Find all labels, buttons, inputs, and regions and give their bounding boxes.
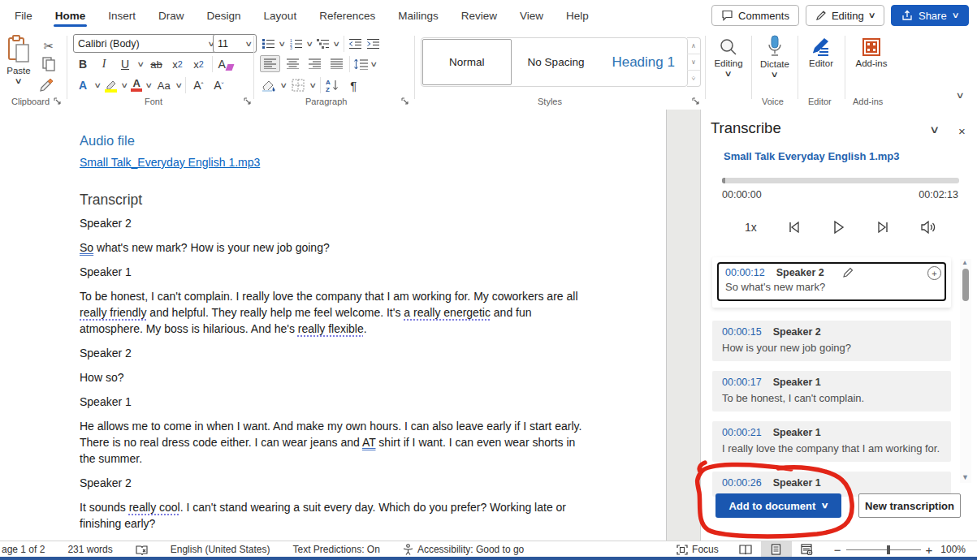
font-name-combo[interactable]: Calibri (Body) ∨: [73, 34, 219, 53]
font-dialog-launcher[interactable]: [244, 97, 252, 106]
language-status[interactable]: English (United States): [159, 544, 282, 555]
transcript-entry[interactable]: 00:00:17Speaker 1To be honest, I can't c…: [712, 371, 951, 411]
editing-group-button[interactable]: Editing ∨: [708, 37, 749, 78]
pilcrow-button[interactable]: ¶: [345, 76, 361, 94]
zoom-slider[interactable]: [846, 549, 921, 550]
pane-close-icon[interactable]: ×: [958, 124, 966, 138]
grow-font-button[interactable]: Aˆ: [190, 76, 206, 94]
shading-button[interactable]: [262, 79, 276, 92]
scroll-up-icon[interactable]: ▲: [962, 259, 970, 266]
play-icon[interactable]: [831, 220, 845, 235]
copy-icon[interactable]: [42, 57, 55, 71]
transcript-entry-selected[interactable]: 00:00:12Speaker 2+So what's new mark?: [712, 257, 951, 308]
transcript-entry[interactable]: 00:00:21Speaker 1I really love the compa…: [712, 421, 951, 462]
styles-dialog-launcher[interactable]: [692, 97, 700, 106]
page-indicator[interactable]: age 1 of 2: [0, 544, 56, 555]
styles-more-button[interactable]: ⩒: [687, 71, 700, 86]
sort-button[interactable]: AZ: [326, 79, 340, 92]
skip-back-icon[interactable]: [787, 220, 802, 235]
align-right-button[interactable]: [305, 56, 324, 71]
add-ins-button[interactable]: Add-ins: [849, 37, 893, 68]
web-layout-button[interactable]: [792, 541, 823, 558]
clipboard-dialog-launcher[interactable]: [54, 97, 62, 106]
style-normal[interactable]: Normal: [422, 39, 512, 85]
new-transcription-button[interactable]: New transcription: [858, 493, 961, 518]
styles-scroll-up[interactable]: ∧: [687, 38, 700, 54]
comments-button[interactable]: Comments: [711, 5, 799, 26]
line-spacing-button[interactable]: [353, 58, 368, 70]
print-layout-button[interactable]: [761, 541, 792, 558]
editor-button[interactable]: Editor: [801, 37, 841, 68]
font-color-button[interactable]: A: [131, 79, 142, 92]
numbering-button[interactable]: 123: [289, 38, 303, 50]
paste-button[interactable]: Paste ∨: [6, 35, 31, 85]
audio-file-name[interactable]: Small Talk Everyday English 1.mp3: [724, 150, 900, 162]
text-predictions-status[interactable]: Text Predictions: On: [282, 544, 391, 555]
multilevel-list-button[interactable]: [316, 38, 330, 50]
style-heading-1[interactable]: Heading 1: [599, 38, 687, 86]
underline-button[interactable]: U: [117, 55, 133, 73]
accessibility-status[interactable]: Accessibility: Good to go: [391, 544, 535, 555]
ribbon-tab-file[interactable]: File: [5, 2, 42, 29]
zoom-out-button[interactable]: −: [834, 543, 841, 557]
ribbon-tab-layout[interactable]: Layout: [254, 2, 307, 29]
skip-forward-icon[interactable]: [875, 220, 890, 235]
decrease-indent-button[interactable]: [348, 38, 362, 50]
bold-button[interactable]: B: [75, 55, 91, 73]
font-size-combo[interactable]: 11 ∨: [213, 34, 257, 53]
ribbon-tab-view[interactable]: View: [510, 2, 553, 29]
ribbon-tab-help[interactable]: Help: [556, 2, 599, 29]
audio-progress-bar[interactable]: [722, 178, 959, 183]
align-center-button[interactable]: [283, 56, 302, 71]
collapse-ribbon-button[interactable]: ∨: [955, 91, 964, 100]
read-mode-button[interactable]: [730, 541, 761, 558]
clear-formatting-button[interactable]: A: [218, 55, 234, 73]
volume-icon[interactable]: [920, 220, 936, 235]
pane-collapse-icon[interactable]: ∨: [929, 124, 940, 135]
scroll-down-icon[interactable]: ▼: [962, 473, 969, 481]
scrollbar-thumb[interactable]: [962, 269, 969, 301]
entry-timestamp[interactable]: 00:00:26: [722, 477, 762, 489]
shrink-font-button[interactable]: Aˇ: [210, 76, 227, 94]
entry-timestamp[interactable]: 00:00:12: [725, 267, 765, 278]
italic-button[interactable]: I: [96, 55, 112, 73]
add-to-document-button[interactable]: Add to document ∨: [715, 493, 841, 518]
entry-timestamp[interactable]: 00:00:21: [722, 427, 762, 438]
edit-entry-icon[interactable]: [842, 267, 854, 278]
ribbon-tab-home[interactable]: Home: [45, 2, 96, 29]
transcript-entry[interactable]: 00:00:15Speaker 2How is your new job goi…: [712, 321, 951, 361]
entry-timestamp[interactable]: 00:00:15: [722, 326, 762, 338]
highlight-color-button[interactable]: [105, 79, 118, 93]
style-no-spacing[interactable]: No Spacing: [512, 38, 600, 86]
ribbon-tab-review[interactable]: Review: [452, 2, 507, 29]
zoom-slider-thumb[interactable]: [887, 545, 890, 554]
word-count[interactable]: 231 words: [56, 544, 123, 555]
ribbon-tab-insert[interactable]: Insert: [98, 2, 145, 29]
borders-button[interactable]: [292, 79, 305, 92]
playback-speed-button[interactable]: 1x: [745, 221, 757, 234]
pane-scrollbar[interactable]: ▲: [960, 259, 971, 483]
add-entry-icon[interactable]: +: [927, 266, 941, 280]
dictate-button[interactable]: Dictate ∨: [754, 35, 796, 79]
bullets-button[interactable]: [262, 38, 275, 50]
justify-button[interactable]: [327, 56, 346, 71]
ribbon-tab-draw[interactable]: Draw: [149, 2, 194, 29]
share-button[interactable]: Share ∨: [891, 5, 969, 26]
change-case-button[interactable]: Aa: [156, 76, 172, 94]
document-page[interactable]: Audio fileSmall Talk_Everyday English 1.…: [0, 110, 667, 541]
increase-indent-button[interactable]: [366, 38, 380, 50]
cut-icon[interactable]: ✂: [41, 37, 57, 55]
entry-timestamp[interactable]: 00:00:17: [722, 377, 762, 388]
format-painter-icon[interactable]: [39, 76, 55, 93]
paragraph-dialog-launcher[interactable]: [401, 97, 409, 106]
subscript-button[interactable]: x2: [170, 55, 186, 73]
styles-scroll-down[interactable]: ∨: [687, 54, 700, 71]
align-left-button[interactable]: [260, 55, 280, 72]
zoom-level[interactable]: 100%: [940, 544, 971, 555]
superscript-button[interactable]: x2: [191, 55, 207, 73]
ribbon-tab-references[interactable]: References: [309, 2, 385, 29]
focus-button[interactable]: Focus: [665, 544, 730, 555]
zoom-in-button[interactable]: +: [926, 543, 933, 557]
proofing-status-icon[interactable]: [124, 545, 159, 555]
text-effects-button[interactable]: A: [75, 76, 91, 94]
